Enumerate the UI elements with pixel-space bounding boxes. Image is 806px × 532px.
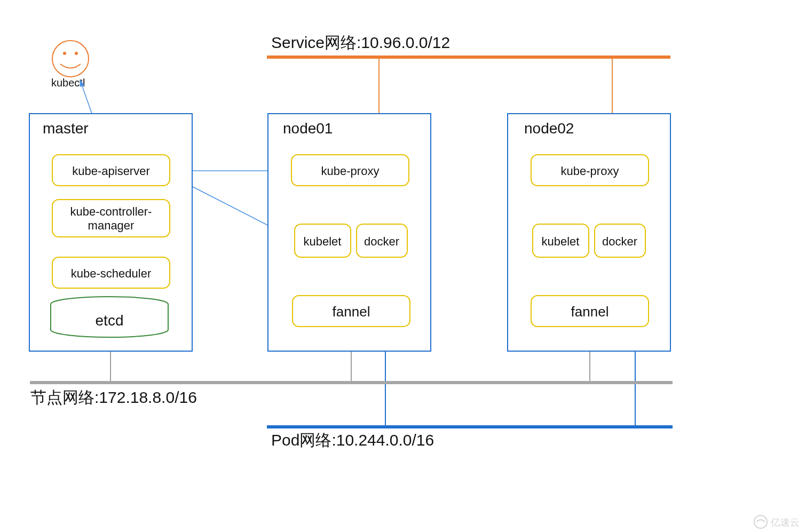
kubectl-label: kubectl — [51, 77, 85, 89]
kube-apiserver-label: kube-apiserver — [72, 164, 150, 178]
svg-point-2 — [75, 52, 78, 55]
kubectl-icon — [52, 41, 89, 77]
node01-title: node01 — [283, 120, 333, 137]
node02-box: node02 kube-proxy kubelet docker fannel — [508, 114, 670, 351]
service-network-label: Service网络:10.96.0.0/12 — [271, 34, 450, 51]
watermark: 亿速云 — [754, 515, 800, 528]
node-network-label: 节点网络:172.18.8.0/16 — [30, 388, 197, 406]
etcd-cylinder: etcd — [51, 297, 168, 337]
node01-kubelet-label: kubelet — [304, 235, 342, 248]
pod-network-label: Pod网络:10.244.0.0/16 — [271, 431, 434, 449]
node01-docker-label: docker — [364, 235, 399, 248]
svg-point-1 — [63, 52, 66, 55]
watermark-text: 亿速云 — [770, 517, 800, 528]
svg-point-7 — [754, 515, 767, 528]
node02-fannel-label: fannel — [571, 304, 609, 320]
node02-title: node02 — [524, 120, 574, 137]
diagram-canvas: Service网络:10.96.0.0/12 节点网络:172.18.8.0/1… — [0, 0, 806, 532]
node01-fannel-label: fannel — [333, 304, 370, 320]
kube-controller-l1: kube-controller- — [70, 205, 152, 218]
kube-controller-l2: manager — [88, 219, 135, 232]
etcd-label: etcd — [96, 312, 124, 329]
master-title: master — [43, 120, 89, 137]
node01-kubeproxy-label: kube-proxy — [321, 164, 380, 178]
node02-docker-label: docker — [602, 235, 637, 248]
node02-kubelet-label: kubelet — [542, 235, 580, 248]
kube-scheduler-label: kube-scheduler — [71, 267, 151, 280]
master-box: master kube-apiserver kube-controller- m… — [29, 114, 192, 351]
svg-point-0 — [52, 41, 89, 77]
node01-box: node01 kube-proxy kubelet docker fannel — [268, 114, 431, 351]
node02-kubeproxy-label: kube-proxy — [561, 164, 619, 178]
